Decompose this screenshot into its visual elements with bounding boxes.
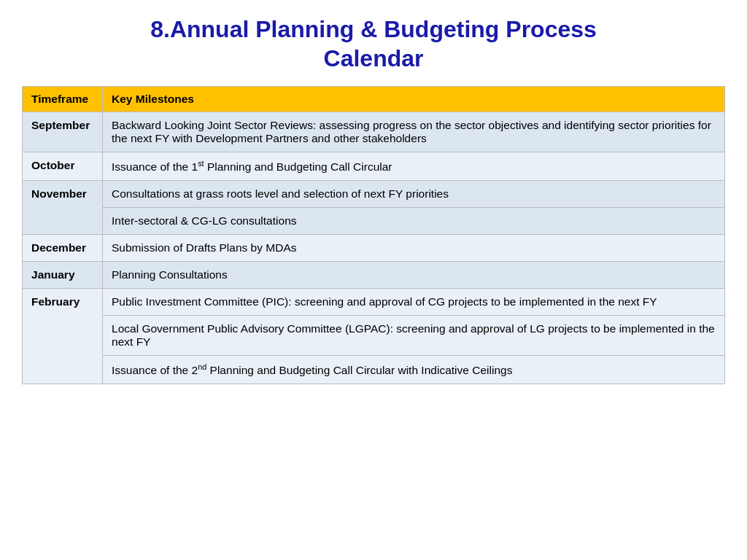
month-cell-november: November (23, 181, 103, 235)
page-title: 8.Annual Planning & Budgeting Process Ca… (22, 15, 725, 73)
month-cell-december: December (23, 235, 103, 262)
month-cell-february: February (23, 289, 103, 384)
month-cell-september: September (23, 112, 103, 152)
milestone-cell: Public Investment Committee (PIC): scree… (103, 289, 725, 316)
calendar-table: Timeframe Key Milestones SeptemberBackwa… (22, 86, 725, 384)
milestone-cell: Local Government Public Advisory Committ… (103, 316, 725, 356)
header-milestones: Key Milestones (103, 87, 725, 112)
milestone-cell: Submission of Drafts Plans by MDAs (103, 235, 725, 262)
milestone-cell: Issuance of the 2nd Planning and Budgeti… (103, 356, 725, 384)
header-timeframe: Timeframe (23, 87, 103, 112)
milestone-cell: Consultations at grass roots level and s… (103, 181, 725, 208)
month-cell-october: October (23, 152, 103, 181)
month-cell-january: January (23, 262, 103, 289)
milestone-cell: Planning Consultations (103, 262, 725, 289)
milestone-cell: Inter-sectoral & CG-LG consultations (103, 208, 725, 235)
milestone-cell: Backward Looking Joint Sector Reviews: a… (103, 112, 725, 152)
milestone-cell: Issuance of the 1st Planning and Budgeti… (103, 152, 725, 181)
